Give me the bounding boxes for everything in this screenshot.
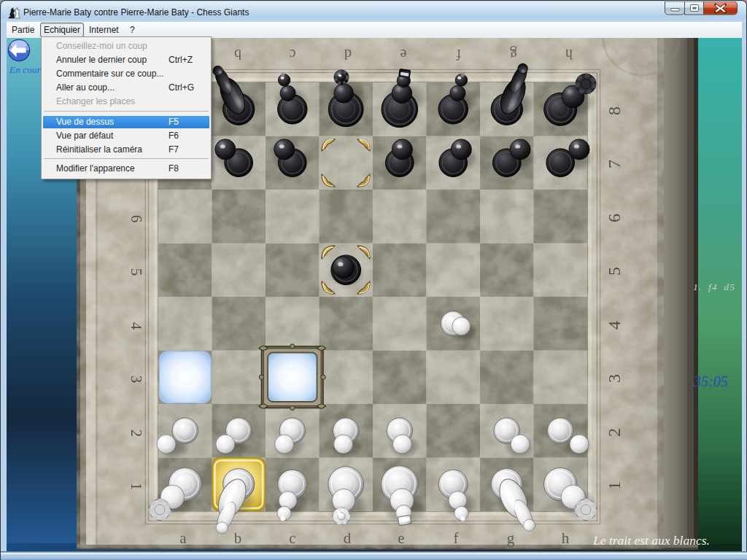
svg-text:Le trait est aux blancs.: Le trait est aux blancs.	[592, 533, 710, 548]
svg-text:d: d	[344, 529, 352, 547]
svg-text:3: 3	[605, 374, 624, 383]
svg-text:c: c	[289, 529, 295, 547]
svg-text:6: 6	[605, 214, 624, 222]
svg-text:2: 2	[605, 428, 624, 437]
svg-text:4: 4	[605, 321, 624, 330]
svg-text:e: e	[398, 529, 404, 547]
svg-text:1: 1	[128, 483, 145, 491]
svg-text:d: d	[344, 47, 352, 63]
svg-text:1: 1	[605, 481, 624, 490]
svg-text:f: f	[456, 47, 461, 63]
svg-text:c: c	[289, 47, 295, 63]
svg-text:e: e	[400, 47, 406, 63]
svg-text:6: 6	[128, 215, 145, 223]
svg-text:35:05: 35:05	[693, 373, 728, 389]
svg-text:a: a	[179, 529, 187, 547]
svg-text:g: g	[507, 529, 515, 547]
svg-text:5: 5	[128, 268, 145, 276]
svg-text:f: f	[454, 529, 459, 547]
svg-text:5: 5	[605, 267, 624, 276]
svg-text:b: b	[234, 529, 242, 547]
svg-text:1. f4 d5: 1. f4 d5	[693, 281, 735, 292]
svg-text:3: 3	[128, 376, 145, 384]
svg-text:8: 8	[605, 106, 624, 115]
svg-text:2: 2	[128, 429, 145, 438]
svg-text:h: h	[565, 47, 573, 63]
svg-text:4: 4	[128, 322, 145, 330]
svg-text:b: b	[234, 47, 241, 63]
svg-text:g: g	[510, 46, 517, 63]
svg-text:h: h	[562, 529, 570, 547]
svg-text:7: 7	[605, 160, 624, 168]
